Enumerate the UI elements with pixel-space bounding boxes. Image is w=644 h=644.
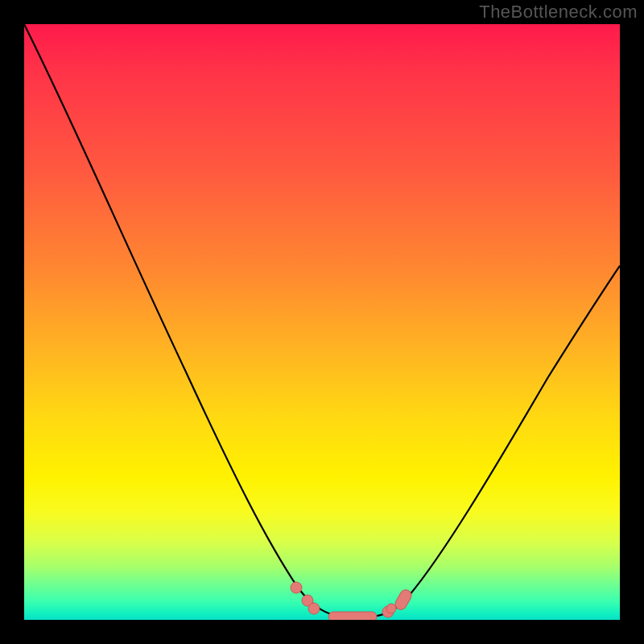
plot-area	[24, 24, 620, 620]
curve-path	[24, 24, 620, 617]
bottleneck-curve	[24, 24, 620, 620]
chart-frame: TheBottleneck.com	[0, 0, 644, 644]
watermark-text: TheBottleneck.com	[479, 2, 638, 23]
svg-point-6	[386, 604, 396, 613]
svg-rect-3	[328, 612, 377, 620]
svg-point-2	[308, 603, 320, 614]
svg-point-0	[291, 582, 302, 593]
trough-markers	[291, 582, 414, 620]
